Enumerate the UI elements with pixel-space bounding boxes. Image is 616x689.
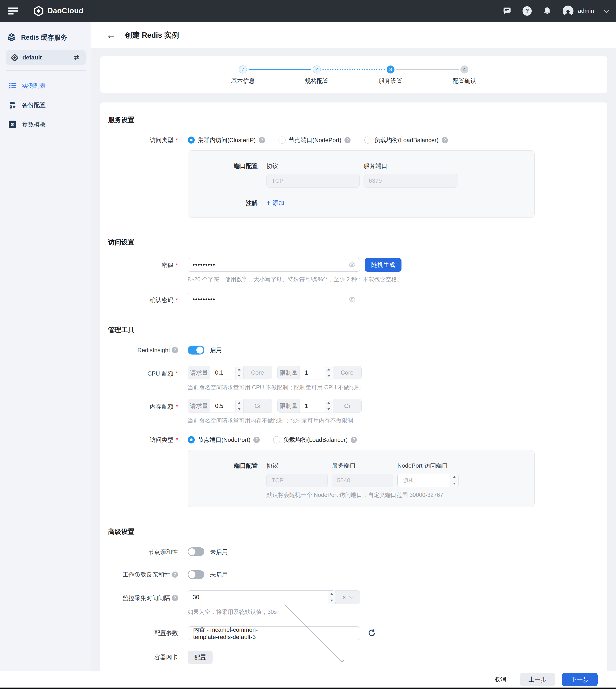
eye-slash-icon[interactable] [348,261,356,268]
access-type-row: 访问类型* 集群内访问(ClusterIP) ? 节点端口(NodePort) [100,136,607,144]
service-port-input[interactable] [332,474,393,487]
password-input[interactable] [188,258,360,272]
memory-request-field [210,399,243,412]
radio-button[interactable] [188,436,195,443]
service-port-input[interactable] [364,174,458,188]
help-icon[interactable]: ? [172,572,178,578]
step-connector-1 [248,69,311,70]
help-icon[interactable]: ? [254,437,260,443]
radio-button[interactable] [279,136,286,144]
monitor-unit-select[interactable]: s [335,590,360,604]
stepper: ✓ ✓ 3 4 基本信息 规格配置 服务设置 配置确认 [100,56,607,93]
help-icon[interactable]: ? [442,137,448,143]
confirm-password-row: 确认密码* [100,293,607,306]
spinner-down[interactable] [236,406,243,412]
workload-anti-affinity-state: 未启用 [210,570,228,579]
messages-icon[interactable] [502,6,512,16]
help-icon[interactable]: ? [172,347,178,353]
help-icon[interactable]: ? [345,137,351,143]
spinner-up[interactable] [325,367,332,373]
main-area: ← 创建 Redis 实例 ✓ ✓ 3 4 基本信息 规格配置 服务设置 配置确… [91,22,616,671]
spinner-down[interactable] [325,406,332,412]
hamburger-menu-icon[interactable] [8,7,19,15]
chevron-down-icon[interactable] [604,8,609,13]
monitor-interval-field [188,590,336,604]
access-type-label: 访问类型* [100,136,188,144]
refresh-templates-icon[interactable] [368,629,376,637]
spinner-down[interactable] [451,480,458,487]
backup-icon [9,101,16,109]
username[interactable]: admin [578,7,594,14]
protocol-input[interactable] [266,474,328,487]
notifications-bell-icon[interactable] [542,6,552,16]
bottom-edge [0,688,616,689]
spinner-up[interactable] [236,400,243,406]
nodeport-config-panel: 端口配置 协议 服务端口 [188,450,535,507]
request-addon: 请求量 [188,366,211,380]
protocol-input[interactable] [266,174,360,188]
nodeport-hint: 默认将会随机一个 NodePort 访问端口，自定义端口范围 30000-327… [266,491,459,499]
daocloud-logo-icon [33,6,44,17]
help-icon[interactable]: ? [259,137,265,143]
middle-area: Redis 缓存服务 default [0,22,616,671]
radio-loadbalancer[interactable]: 负载均衡(LoadBalancer) ? [364,136,448,144]
radio-loadbalancer[interactable]: 负载均衡(LoadBalancer) ? [273,436,357,444]
spinner-up[interactable] [451,474,458,480]
next-step-button[interactable]: 下一步 [562,673,597,686]
monitor-interval-input[interactable] [188,590,336,604]
spinner-down[interactable] [328,597,335,604]
namespace-selector[interactable]: default [6,50,86,65]
cpu-request-field [210,366,243,380]
radio-button[interactable] [188,136,195,144]
back-arrow-icon[interactable]: ← [106,30,115,40]
annotation-row: 注解 + 添加 [188,199,524,207]
cpu-request-group: 请求量 Core [188,366,272,380]
memory-quota-row: 内存配额* 请求量 Gi [100,399,607,424]
container-nic-config-button[interactable]: 配置 [188,651,213,664]
user-avatar[interactable] [563,5,573,17]
check-icon: ✓ [315,66,319,72]
node-affinity-toggle[interactable] [188,547,204,556]
workload-anti-affinity-label: 工作负载反亲和性 ? [100,570,188,579]
previous-step-button[interactable]: 上一步 [520,673,555,686]
spinner-down[interactable] [325,373,332,379]
sidebar-item-backup-config[interactable]: 备份配置 [0,95,91,115]
help-icon[interactable]: ? [351,437,357,443]
switch-namespace-icon[interactable] [73,55,81,61]
sidebar-item-parameter-templates[interactable]: {/} 参数模板 [0,115,91,134]
redisinsight-state: 启用 [210,346,222,354]
step-4-label: 配置确认 [438,77,491,85]
sidebar-item-instance-list[interactable]: 实例列表 [0,76,91,95]
memory-quota-hint: 当前命名空间请求量可用内存不做限制；限制量可用内存不做限制 [188,417,361,424]
radio-button[interactable] [273,436,280,443]
random-generate-button[interactable]: 随机生成 [365,258,402,272]
radio-nodeport[interactable]: 节点端口(NodePort) ? [188,436,260,444]
radio-clusterip[interactable]: 集群内访问(ClusterIP) ? [188,136,265,144]
limit-addon: 限制量 [277,366,300,380]
help-icon[interactable]: ? [172,595,178,601]
radio-button[interactable] [364,136,371,144]
tools-access-type-row: 访问类型* 节点端口(NodePort) ? 负载均衡(LoadBalancer… [100,436,607,444]
brand[interactable]: DaoCloud [33,6,83,17]
cpu-quota-label: CPU 配额* [100,366,188,378]
nodeport-input[interactable] [397,474,459,487]
redisinsight-toggle[interactable] [188,346,204,354]
brand-name: DaoCloud [47,6,83,15]
number-spinner [450,474,458,487]
spinner-up[interactable] [325,400,332,406]
cancel-button[interactable]: 取消 [488,673,513,686]
config-params-select[interactable]: 内置 - mcamel-common-template-redis-defaul… [188,626,360,640]
sidebar: Redis 缓存服务 default [0,22,91,671]
spinner-up[interactable] [328,591,335,597]
spinner-up[interactable] [236,367,243,373]
wizard-footer: 取消 上一步 下一步 [0,671,616,687]
add-annotation-link[interactable]: + 添加 [266,199,284,207]
spinner-down[interactable] [236,373,243,379]
radio-nodeport[interactable]: 节点端口(NodePort) ? [279,136,351,144]
required-asterisk: * [176,297,178,304]
confirm-password-input[interactable] [188,293,360,306]
help-icon[interactable]: ? [523,6,532,16]
password-field [188,258,360,272]
workload-anti-affinity-toggle[interactable] [188,570,204,579]
eye-slash-icon[interactable] [348,296,356,303]
